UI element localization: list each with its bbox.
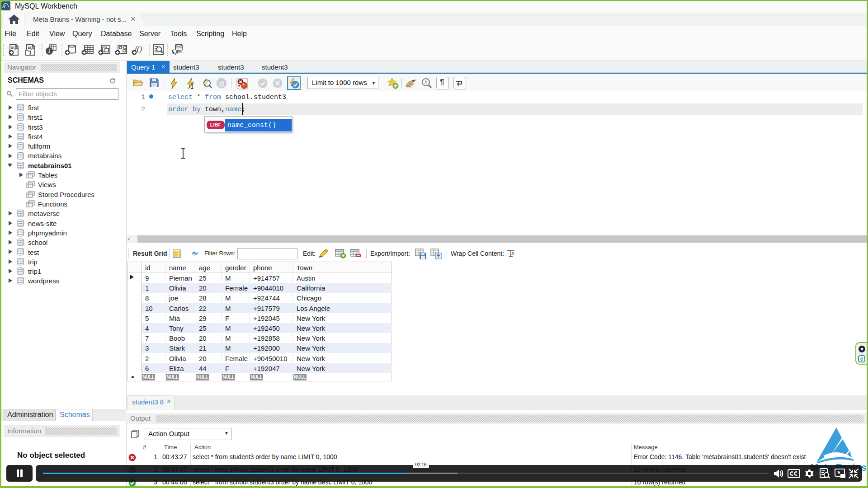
- svg-text:SQL: SQL: [11, 46, 19, 50]
- svg-text:A: A: [425, 80, 428, 85]
- svg-text:i: i: [48, 48, 50, 55]
- svg-text:A: A: [511, 251, 514, 256]
- svg-text:SQL: SQL: [28, 46, 35, 50]
